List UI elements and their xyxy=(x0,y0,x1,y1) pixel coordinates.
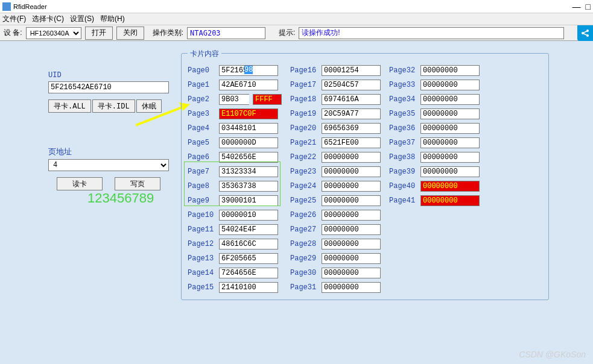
page-row: Page7 xyxy=(188,166,282,178)
page-row: Page41 xyxy=(389,195,480,207)
page-value-input[interactable] xyxy=(322,239,381,249)
page-label: Page6 xyxy=(188,153,215,162)
page-value-input[interactable] xyxy=(219,80,278,90)
close-button[interactable]: 关闭 xyxy=(116,27,144,40)
page-value-input[interactable] xyxy=(219,282,278,293)
card-column-1: Page098Page1Page2Page3Page4Page5Page6Pag… xyxy=(188,64,282,293)
page-value-input[interactable] xyxy=(322,80,381,90)
page-value-input[interactable] xyxy=(322,152,381,163)
page-label: Page7 xyxy=(188,168,215,176)
page-value-input[interactable] xyxy=(322,166,381,177)
page-label: Page37 xyxy=(389,139,417,147)
read-button[interactable]: 读卡 xyxy=(57,177,103,190)
device-label: 设 备: xyxy=(4,28,22,38)
page-row: Page9 xyxy=(188,195,282,207)
write-button[interactable]: 写页 xyxy=(115,177,160,190)
page-label: Page10 xyxy=(188,211,215,219)
page-row: Page1 xyxy=(188,79,282,91)
page-value-input[interactable] xyxy=(420,181,480,192)
opcat-value: NTAG203 xyxy=(187,27,265,39)
page-value-input[interactable] xyxy=(322,181,381,192)
uid-input[interactable] xyxy=(48,81,169,93)
page-value-input[interactable] xyxy=(322,108,381,119)
page-value-input[interactable] xyxy=(219,94,249,105)
page-row: Page36 xyxy=(389,122,480,134)
maximize-icon[interactable]: □ xyxy=(586,2,591,11)
page-value-input[interactable] xyxy=(322,210,381,221)
page-value-input[interactable] xyxy=(219,123,278,134)
page-value-input[interactable] xyxy=(219,195,278,206)
page-value-input[interactable] xyxy=(322,195,381,206)
device-select[interactable]: HF1260340A xyxy=(26,27,81,39)
page-label: Page31 xyxy=(290,283,318,292)
page-value-input[interactable] xyxy=(420,94,480,105)
page-value-input[interactable] xyxy=(420,108,480,119)
page-label: Page28 xyxy=(290,240,318,248)
page-row: Page39 xyxy=(389,166,480,178)
page-value-input[interactable] xyxy=(420,195,480,206)
page-label: Page19 xyxy=(290,110,318,118)
page-value-input[interactable] xyxy=(322,253,381,264)
page-value-input[interactable] xyxy=(420,65,480,76)
page-row: Page6 xyxy=(188,151,282,163)
page-value-input[interactable] xyxy=(219,137,278,148)
page-row: Page17 xyxy=(290,79,381,91)
page-label: Page35 xyxy=(389,110,417,118)
page-value-input[interactable] xyxy=(219,108,278,119)
page-value-input[interactable] xyxy=(219,239,278,249)
page-value-input[interactable] xyxy=(219,224,278,235)
page-row: Page34 xyxy=(389,93,480,105)
menu-settings[interactable]: 设置(S) xyxy=(70,14,94,24)
page-value-input[interactable] xyxy=(420,152,480,163)
page-label: Page39 xyxy=(389,168,417,176)
hint-value: 读操作成功! xyxy=(299,27,564,39)
annotation-text: 123456789 xyxy=(87,190,154,206)
page-value-input[interactable] xyxy=(219,268,278,278)
page-value-input[interactable] xyxy=(322,65,381,76)
page-value-input[interactable] xyxy=(322,282,381,293)
page-row: Page16 xyxy=(290,64,381,77)
menu-file[interactable]: 文件(F) xyxy=(2,14,26,24)
card-column-2: Page16Page17Page18Page19Page20Page21Page… xyxy=(290,64,381,293)
page-label: Page11 xyxy=(188,225,215,234)
find-idl-button[interactable]: 寻卡.IDL xyxy=(92,99,135,113)
page-addr-select[interactable]: 4 xyxy=(48,159,169,171)
share-icon[interactable] xyxy=(577,25,593,41)
page-value-extra[interactable] xyxy=(253,94,282,105)
page-label: Page25 xyxy=(290,196,318,205)
page-row: Page12 xyxy=(188,238,282,250)
page-value-input[interactable] xyxy=(219,210,278,221)
page-value-input[interactable] xyxy=(219,253,278,264)
page-value-input[interactable] xyxy=(420,166,480,177)
menu-card[interactable]: 选择卡(C) xyxy=(32,14,64,24)
page-value-input[interactable] xyxy=(219,166,278,177)
page-value-input[interactable] xyxy=(322,224,381,235)
page-label: Page22 xyxy=(290,153,318,162)
find-all-button[interactable]: 寻卡.ALL xyxy=(48,99,91,113)
minimize-icon[interactable]: — xyxy=(572,2,581,11)
open-button[interactable]: 打开 xyxy=(85,27,113,40)
page-value-input[interactable] xyxy=(322,123,381,134)
page-value-input[interactable] xyxy=(420,80,480,90)
sleep-button[interactable]: 休眠 xyxy=(136,99,162,113)
left-panel: UID 寻卡.ALL 寻卡.IDL 休眠 页地址 4 读卡 写页 1234567… xyxy=(48,53,181,364)
page-label: Page9 xyxy=(188,196,215,205)
page-value-input[interactable] xyxy=(420,137,480,148)
page-value-input[interactable] xyxy=(219,181,278,192)
page-label: Page40 xyxy=(389,182,417,190)
page-label: Page13 xyxy=(188,254,215,263)
page-label: Page27 xyxy=(290,225,318,234)
card-content-legend: 卡片内容 xyxy=(188,49,221,59)
page-value-input[interactable] xyxy=(322,268,381,278)
page-row: Page10 xyxy=(188,209,282,221)
page-row: Page14 xyxy=(188,267,282,279)
page-value-input[interactable] xyxy=(420,123,480,134)
selection-highlight: 98 xyxy=(244,66,253,74)
page-value-input[interactable] xyxy=(219,152,278,163)
svg-line-4 xyxy=(583,33,588,36)
menu-help[interactable]: 帮助(H) xyxy=(100,14,125,24)
page-row: Page19 xyxy=(290,108,381,120)
page-row: Page098 xyxy=(188,64,282,77)
page-value-input[interactable] xyxy=(322,94,381,105)
page-value-input[interactable] xyxy=(322,137,381,148)
